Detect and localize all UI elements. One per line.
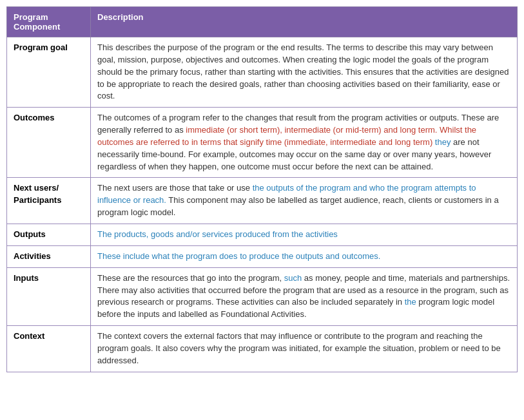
component-label: Outputs: [7, 224, 91, 245]
component-description: This describes the purpose of the progra…: [91, 37, 518, 108]
component-label: Inputs: [7, 267, 91, 325]
table-row: Activities These include what the progra…: [7, 245, 518, 267]
table-row: Outputs The products, goods and/or servi…: [7, 224, 518, 245]
component-label: Activities: [7, 245, 91, 267]
component-label: Program goal: [7, 37, 91, 108]
header-description: Description: [91, 7, 518, 37]
component-label: Next users/Participants: [7, 178, 91, 224]
component-description: These are the resources that go into the…: [91, 267, 518, 325]
component-label: Context: [7, 326, 91, 372]
component-description: The next users are those that take or us…: [91, 178, 518, 224]
component-description: The outcomes of a program refer to the c…: [91, 108, 518, 178]
header-component: Program Component: [7, 7, 91, 37]
program-components-table: Program Component Description Program go…: [6, 6, 518, 372]
component-label: Outcomes: [7, 108, 91, 178]
table-row: Context The context covers the external …: [7, 326, 518, 372]
component-description: The products, goods and/or services prod…: [91, 224, 518, 245]
component-description: These include what the program does to p…: [91, 245, 518, 267]
table-row: Inputs These are the resources that go i…: [7, 267, 518, 325]
table-row: Outcomes The outcomes of a program refer…: [7, 108, 518, 178]
table-row: Next users/Participants The next users a…: [7, 178, 518, 224]
table-row: Program goal This describes the purpose …: [7, 37, 518, 108]
table-header-row: Program Component Description: [7, 7, 518, 37]
component-description: The context covers the external factors …: [91, 326, 518, 372]
